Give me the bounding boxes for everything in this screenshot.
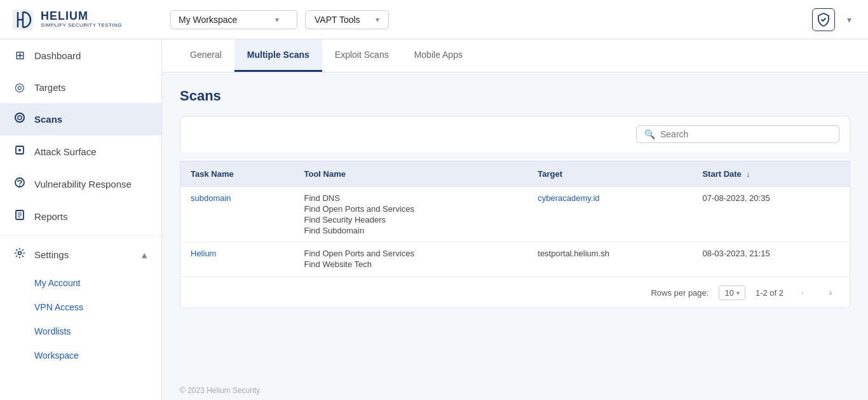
- vapt-chevron-icon: ▾: [376, 15, 379, 24]
- tab-mobile-apps[interactable]: Mobile Apps: [402, 39, 475, 72]
- scans-icon: [13, 112, 27, 127]
- sidebar-item-scans[interactable]: Scans: [0, 103, 161, 135]
- sidebar-item-attack-surface[interactable]: Attack Surface: [0, 135, 161, 168]
- sidebar-item-workspace[interactable]: Workspace: [0, 343, 161, 368]
- main-layout: ⊞ Dashboard ◎ Targets Scans Atta: [0, 39, 868, 400]
- tabs-bar: General Multiple Scans Exploit Scans Mob…: [162, 39, 868, 72]
- workspace-dropdown[interactable]: My Workspace ▾: [170, 10, 297, 29]
- col-target: Target: [527, 162, 692, 187]
- svg-point-4: [18, 149, 21, 151]
- tool-item: Find Subdomain: [304, 226, 517, 235]
- vapt-label: VAPT Tools: [315, 15, 360, 25]
- topbar: HELIUM SIMPLIFY SECURITY TESTING My Work…: [0, 0, 868, 39]
- start-date: 07-08-2023, 20:35: [692, 187, 850, 242]
- content-area: General Multiple Scans Exploit Scans Mob…: [162, 39, 868, 400]
- task-name-link[interactable]: Helium: [191, 249, 216, 258]
- search-row: 🔍: [180, 116, 850, 152]
- attack-surface-icon: [13, 144, 27, 159]
- workspace-chevron-icon: ▾: [275, 15, 279, 24]
- sidebar-item-reports[interactable]: Reports: [0, 200, 161, 233]
- rows-per-page-label: Rows per page:: [651, 288, 709, 298]
- sidebar-item-targets[interactable]: ◎ Targets: [0, 71, 161, 103]
- tool-item: Find Open Ports and Services: [304, 204, 517, 214]
- tab-exploit-scans[interactable]: Exploit Scans: [322, 39, 402, 72]
- search-input[interactable]: [660, 129, 831, 139]
- rows-per-page-select[interactable]: 10 ▾: [719, 286, 745, 300]
- search-box: 🔍: [636, 125, 839, 143]
- sidebar-divider: [0, 235, 161, 236]
- tool-item: Find DNS: [304, 193, 517, 203]
- scans-table-wrapper: Task Name Tool Name Target Start Date ↓: [180, 161, 850, 308]
- targets-icon: ◎: [13, 80, 27, 94]
- table-header-row: Task Name Tool Name Target Start Date ↓: [180, 162, 850, 187]
- next-page-button[interactable]: ›: [822, 284, 839, 301]
- table-row: subdomainFind DNSFind Open Ports and Ser…: [180, 187, 850, 242]
- svg-point-2: [18, 116, 22, 120]
- brand-tagline: SIMPLIFY SECURITY TESTING: [41, 23, 122, 29]
- search-icon: 🔍: [644, 129, 655, 139]
- sidebar-label-scans: Scans: [34, 114, 62, 125]
- topbar-right: ▾: [812, 8, 858, 31]
- sidebar: ⊞ Dashboard ◎ Targets Scans Atta: [0, 39, 162, 400]
- tool-list: Find Open Ports and ServicesFind Website…: [304, 249, 517, 269]
- reports-icon: [13, 209, 27, 224]
- vulnerability-response-icon: [13, 177, 27, 191]
- logo-area: HELIUM SIMPLIFY SECURITY TESTING: [10, 7, 163, 32]
- sort-arrow-icon: ↓: [746, 170, 750, 178]
- page-info: 1-2 of 2: [756, 288, 783, 298]
- helium-logo-icon: [10, 7, 36, 32]
- sidebar-item-my-account[interactable]: My Account: [0, 271, 161, 295]
- tab-general[interactable]: General: [177, 39, 234, 72]
- scans-section: Scans 🔍 Task Name: [162, 72, 868, 381]
- task-name-link[interactable]: subdomain: [191, 193, 231, 203]
- tool-item: Find Website Tech: [304, 259, 517, 269]
- col-task-name: Task Name: [180, 162, 294, 187]
- copyright-text: © 2023 Helium Security: [180, 386, 260, 395]
- section-title: Scans: [180, 88, 850, 104]
- tab-multiple-scans[interactable]: Multiple Scans: [234, 39, 322, 72]
- start-date: 08-03-2023, 21:15: [692, 242, 850, 276]
- settings-submenu: My Account VPN Access Wordlists Workspac…: [0, 271, 161, 368]
- table-row: HeliumFind Open Ports and ServicesFind W…: [180, 242, 850, 276]
- wordlists-label: Wordlists: [34, 326, 71, 336]
- sidebar-item-wordlists[interactable]: Wordlists: [0, 319, 161, 343]
- sidebar-label-reports: Reports: [34, 211, 68, 222]
- sidebar-label-attack-surface: Attack Surface: [34, 146, 97, 157]
- target-link[interactable]: cyberacademy.id: [538, 193, 599, 203]
- workspace-label-sidebar: Workspace: [34, 350, 79, 361]
- sidebar-item-vpn-access[interactable]: VPN Access: [0, 295, 161, 319]
- sidebar-item-vulnerability-response[interactable]: Vulnerability Response: [0, 168, 161, 200]
- shield-icon: [817, 13, 830, 27]
- dashboard-icon: ⊞: [13, 48, 27, 62]
- tool-item: Find Security Headers: [304, 215, 517, 224]
- logo-text: HELIUM SIMPLIFY SECURITY TESTING: [41, 10, 122, 29]
- vapt-tools-dropdown[interactable]: VAPT Tools ▾: [305, 10, 389, 29]
- svg-point-6: [19, 185, 20, 186]
- footer: © 2023 Helium Security: [162, 381, 868, 400]
- sidebar-label-dashboard: Dashboard: [34, 50, 81, 61]
- sidebar-item-dashboard[interactable]: ⊞ Dashboard: [0, 39, 161, 71]
- tool-item: Find Open Ports and Services: [304, 249, 517, 258]
- settings-chevron-icon: ▲: [140, 250, 149, 260]
- shield-button[interactable]: [812, 8, 835, 31]
- topbar-chevron-button[interactable]: ▾: [840, 11, 858, 29]
- pagination-bar: Rows per page: 10 ▾ 1-2 of 2 ‹ ›: [180, 277, 850, 308]
- sidebar-label-vulnerability-response: Vulnerability Response: [34, 179, 132, 190]
- sidebar-label-targets: Targets: [34, 82, 65, 93]
- sidebar-label-settings: Settings: [34, 249, 69, 260]
- tool-list: Find DNSFind Open Ports and ServicesFind…: [304, 193, 517, 235]
- settings-icon: [13, 247, 27, 262]
- prev-page-button[interactable]: ‹: [794, 284, 811, 301]
- sidebar-settings-header[interactable]: Settings ▲: [0, 238, 161, 271]
- vpn-access-label: VPN Access: [34, 302, 83, 312]
- col-tool-name: Tool Name: [294, 162, 527, 187]
- my-account-label: My Account: [34, 278, 80, 288]
- svg-point-1: [15, 113, 24, 122]
- target-text: testportal.helium.sh: [527, 242, 692, 276]
- workspace-label: My Workspace: [179, 15, 237, 25]
- rows-per-page-chevron-icon: ▾: [736, 289, 740, 296]
- col-start-date[interactable]: Start Date ↓: [692, 162, 850, 187]
- svg-point-11: [18, 252, 22, 255]
- brand-name: HELIUM: [41, 10, 122, 23]
- scans-table: Task Name Tool Name Target Start Date ↓: [180, 162, 850, 275]
